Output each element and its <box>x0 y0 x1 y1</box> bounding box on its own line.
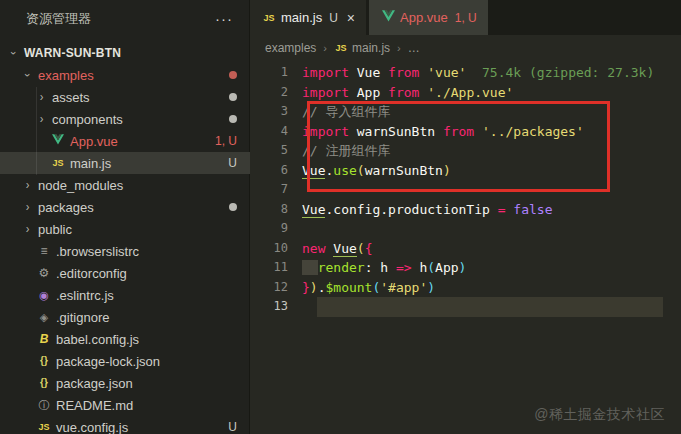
git-status-badge: 1, U <box>215 134 237 148</box>
line-number: 9 <box>250 219 302 239</box>
tree-item--gitignore[interactable]: ›◈.gitignore <box>0 306 250 328</box>
chevron-right-icon: › <box>20 222 35 235</box>
tree-item-assets[interactable]: ›assets <box>0 86 250 108</box>
tree-item-components[interactable]: ›components <box>0 108 250 130</box>
line-number: 7 <box>250 180 302 200</box>
tree-item-public[interactable]: ›public <box>0 218 250 240</box>
list-icon: ≡ <box>35 240 53 262</box>
more-actions-icon[interactable]: ··· <box>215 14 233 24</box>
tree-item-label: package-lock.json <box>56 354 160 369</box>
braces-icon: {} <box>35 372 53 394</box>
tree-item-vue-config-js[interactable]: ›JSvue.config.jsU <box>0 416 250 434</box>
info-icon: ⓘ <box>35 394 53 416</box>
git-status-dot <box>229 71 237 79</box>
git-status-dot <box>229 115 237 123</box>
tree-item-packages[interactable]: ›packages <box>0 196 250 218</box>
line-number: 12 <box>250 278 302 298</box>
code-line-9[interactable]: 9 <box>250 219 681 239</box>
tree-item-label: vue.config.js <box>56 420 128 434</box>
tab-app-vue[interactable]: App.vue 1, U <box>369 0 488 35</box>
tree-item-package-json[interactable]: ›{}package.json <box>0 372 250 394</box>
chevron-right-icon: › <box>397 42 401 54</box>
git-status-dot <box>229 93 237 101</box>
code-text: import Vue from 'vue' 75.4k (gzipped: 27… <box>302 63 654 83</box>
tree-item-label: main.js <box>70 156 111 171</box>
tree-item-label: package.json <box>56 376 133 391</box>
code-line-12[interactable]: 12}).$mount('#app') <box>250 278 681 298</box>
code-text: // 导入组件库 <box>302 102 390 122</box>
code-line-4[interactable]: 4import warnSunBtn from '../packages' <box>250 122 681 142</box>
js-icon: JS <box>35 416 53 434</box>
git-status-dot <box>229 203 237 211</box>
tree-item--browserslistrc[interactable]: ›≡.browserslistrc <box>0 240 250 262</box>
code-line-8[interactable]: 8Vue.config.productionTip = false <box>250 200 681 220</box>
close-icon[interactable]: × <box>347 11 355 25</box>
tree-item-warn-sun-btn[interactable]: ›WARN-SUN-BTN <box>0 42 250 64</box>
gear-icon: ⚙ <box>35 262 53 284</box>
git-status-badge: U <box>228 420 237 434</box>
chevron-down-icon: › <box>22 68 34 83</box>
chevron-down-icon: › <box>8 46 20 61</box>
tree-indent-guide <box>36 87 37 175</box>
js-icon: JS <box>261 7 277 29</box>
tree-item-main-js[interactable]: ›JSmain.jsU <box>0 152 250 174</box>
js-icon: JS <box>334 37 348 59</box>
code-line-11[interactable]: 11 render: h => h(App) <box>250 258 681 278</box>
chevron-right-icon: › <box>20 200 35 213</box>
breadcrumb-file[interactable]: main.js <box>352 41 390 55</box>
editor-pane: JS main.js U × App.vue 1, U examples › J… <box>250 0 681 434</box>
tree-item-label: babel.config.js <box>56 332 139 347</box>
file-tree: ›WARN-SUN-BTN›examples›assets›components… <box>0 42 250 434</box>
code-line-3[interactable]: 3// 导入组件库 <box>250 102 681 122</box>
tree-item-node-modules[interactable]: ›node_modules <box>0 174 250 196</box>
code-line-7[interactable]: 7 <box>250 180 681 200</box>
tree-item-app-vue[interactable]: ›App.vue1, U <box>0 130 250 152</box>
tree-item-package-lock-json[interactable]: ›{}package-lock.json <box>0 350 250 372</box>
line-number: 6 <box>250 161 302 181</box>
tree-item-label: App.vue <box>70 134 118 149</box>
code-line-1[interactable]: 1import Vue from 'vue' 75.4k (gzipped: 2… <box>250 63 681 83</box>
explorer-header: 资源管理器 ··· <box>0 0 249 38</box>
code-line-2[interactable]: 2import App from './App.vue' <box>250 83 681 103</box>
tree-item-babel-config-js[interactable]: ›Bbabel.config.js <box>0 328 250 350</box>
code-area[interactable]: 1import Vue from 'vue' 75.4k (gzipped: 2… <box>250 63 681 317</box>
code-text: Vue.config.productionTip = false <box>302 200 552 220</box>
breadcrumb: examples › JS main.js › … <box>250 35 681 61</box>
tab-problem-badge: 1, U <box>455 11 477 25</box>
code-text: render: h => h(App) <box>302 258 466 278</box>
tab-label: main.js <box>281 10 322 25</box>
tab-bar: JS main.js U × App.vue 1, U <box>250 0 681 35</box>
tab-main-js[interactable]: JS main.js U × <box>250 0 366 35</box>
tree-item-readme-md[interactable]: ›ⓘREADME.md <box>0 394 250 416</box>
code-line-13[interactable]: 13 <box>250 297 681 317</box>
tree-item-examples[interactable]: ›examples <box>0 64 250 86</box>
code-text: import App from './App.vue' <box>302 83 513 103</box>
tree-item--editorconfig[interactable]: ›⚙.editorconfig <box>0 262 250 284</box>
explorer-sidebar: 资源管理器 ··· ›WARN-SUN-BTN›examples›assets›… <box>0 0 250 434</box>
code-text: // 注册组件库 <box>302 141 390 161</box>
vue-icon <box>380 7 396 29</box>
babel-icon: B <box>35 328 53 350</box>
tree-item-label: .editorconfig <box>56 266 127 281</box>
vue-icon <box>49 130 67 152</box>
line-number: 2 <box>250 83 302 103</box>
explorer-title: 资源管理器 <box>26 10 91 28</box>
js-icon: JS <box>49 152 67 174</box>
breadcrumb-folder[interactable]: examples <box>265 41 316 55</box>
chevron-right-icon: › <box>20 178 35 191</box>
tree-item--eslintrc-js[interactable]: ›◉.eslintrc.js <box>0 284 250 306</box>
code-text: new Vue({ <box>302 239 372 259</box>
breadcrumb-symbol[interactable]: … <box>408 41 420 55</box>
line-number: 3 <box>250 102 302 122</box>
code-line-10[interactable]: 10new Vue({ <box>250 239 681 259</box>
tree-item-label: .browserslistrc <box>56 244 139 259</box>
line-number: 4 <box>250 122 302 142</box>
git-status-badge: U <box>228 156 237 170</box>
code-text: }).$mount('#app') <box>302 278 435 298</box>
tree-item-label: examples <box>38 68 94 83</box>
line-number: 10 <box>250 239 302 259</box>
chevron-right-icon: › <box>323 42 327 54</box>
diamond-icon: ◈ <box>35 306 53 328</box>
code-line-6[interactable]: 6Vue.use(warnSunBtn) <box>250 161 681 181</box>
code-line-5[interactable]: 5// 注册组件库 <box>250 141 681 161</box>
